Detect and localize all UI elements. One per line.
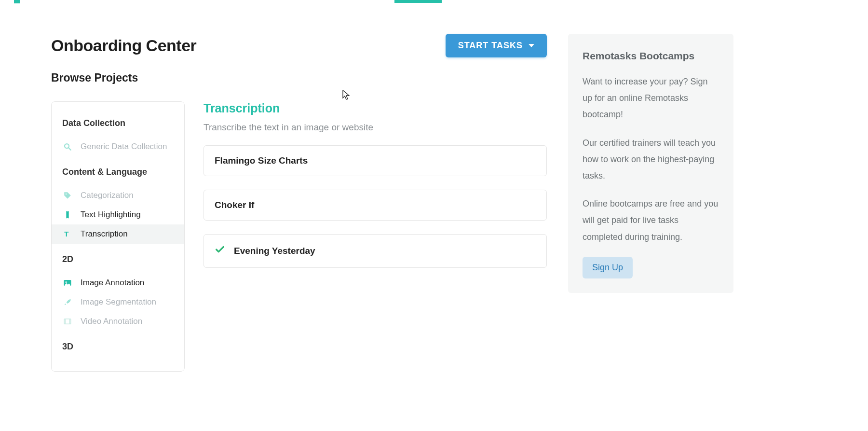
svg-line-1: [68, 148, 71, 150]
task-card[interactable]: Flamingo Size Charts: [203, 145, 547, 176]
sidebar-item-label: Generic Data Collection: [81, 142, 167, 152]
search-icon: [62, 142, 73, 151]
main-content: Transcription Transcribe the text in an …: [203, 101, 547, 281]
sidebar-item-categorization[interactable]: Categorization: [52, 186, 184, 205]
sidebar-group-3d: 3D: [52, 342, 184, 352]
task-label: Flamingo Size Charts: [215, 155, 308, 166]
logo-fragment: [14, 0, 20, 3]
tag-icon: [62, 191, 73, 200]
browse-projects-heading: Browse Projects: [51, 71, 138, 84]
check-icon: [215, 244, 225, 258]
bootcamp-paragraph: Our certified trainers will teach you ho…: [583, 135, 719, 184]
page-header: Onboarding Center START TASKS: [51, 34, 547, 57]
brush-icon: [62, 298, 73, 306]
sidebar-item-image-segmentation[interactable]: Image Segmentation: [52, 292, 184, 312]
start-tasks-button[interactable]: START TASKS: [446, 34, 547, 57]
text-t-icon: T: [62, 230, 73, 238]
film-icon: [62, 317, 73, 326]
task-label: Evening Yesterday: [234, 246, 315, 256]
sidebar-item-image-annotation[interactable]: Image Annotation: [52, 273, 184, 292]
task-card[interactable]: Choker If: [203, 190, 547, 221]
sidebar-item-label: Categorization: [81, 191, 134, 200]
top-nav-bar: [0, 0, 868, 3]
sidebar-group-content-language: Content & Language: [52, 167, 184, 177]
svg-point-5: [66, 281, 67, 283]
category-heading: Transcription: [203, 101, 547, 115]
sidebar-item-video-annotation[interactable]: Video Annotation: [52, 312, 184, 331]
svg-rect-6: [64, 319, 71, 324]
task-card[interactable]: Evening Yesterday: [203, 234, 547, 268]
sidebar-item-label: Video Annotation: [81, 317, 142, 326]
sidebar: Data Collection Generic Data Collection …: [51, 101, 185, 372]
image-icon: [62, 278, 73, 287]
page-title: Onboarding Center: [51, 36, 196, 55]
svg-text:T: T: [64, 230, 68, 238]
sign-up-button[interactable]: Sign Up: [583, 257, 633, 278]
active-tab-indicator: [394, 0, 442, 3]
bootcamp-paragraph: Online bootcamps are free and you will g…: [583, 195, 719, 245]
bootcamp-panel: Remotasks Bootcamps Want to increase you…: [568, 34, 733, 293]
task-label: Choker If: [215, 200, 254, 210]
text-cursor-icon: [62, 210, 73, 219]
sidebar-item-label: Image Segmentation: [81, 297, 156, 307]
category-subheading: Transcribe the text in an image or websi…: [203, 122, 547, 133]
bootcamp-title: Remotasks Bootcamps: [583, 50, 719, 62]
caret-down-icon: [529, 44, 534, 47]
sidebar-item-text-highlighting[interactable]: Text Highlighting: [52, 205, 184, 224]
sidebar-item-transcription[interactable]: T Transcription: [52, 224, 184, 244]
sidebar-item-generic-data-collection[interactable]: Generic Data Collection: [52, 137, 184, 156]
sidebar-group-2d: 2D: [52, 254, 184, 264]
sidebar-item-label: Text Highlighting: [81, 210, 141, 220]
sidebar-group-data-collection: Data Collection: [52, 118, 184, 128]
mouse-cursor-icon: [342, 90, 351, 103]
sidebar-item-label: Image Annotation: [81, 278, 144, 288]
sidebar-item-label: Transcription: [81, 229, 128, 239]
start-tasks-label: START TASKS: [458, 41, 523, 51]
svg-point-2: [66, 194, 67, 195]
bootcamp-paragraph: Want to increase your pay? Sign up for a…: [583, 73, 719, 123]
